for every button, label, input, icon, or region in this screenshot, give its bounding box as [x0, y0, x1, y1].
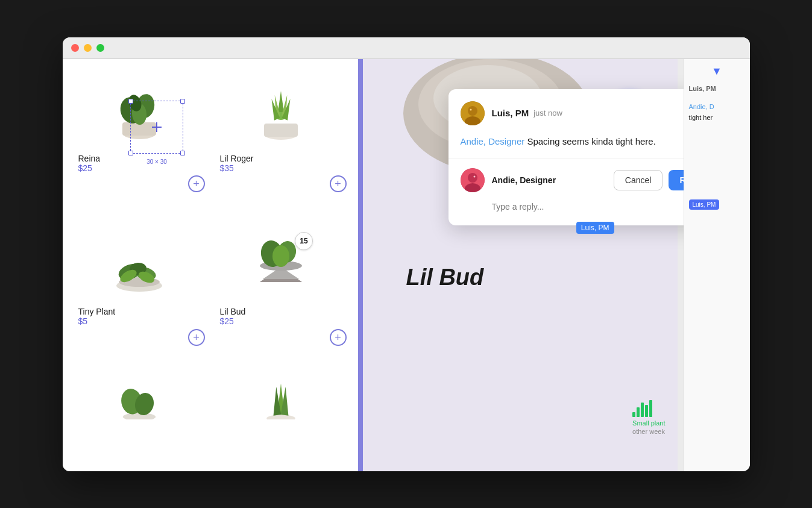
comment-body: Andie, Designer Spacing seems kinda tigh… — [461, 135, 684, 149]
product-badge-lil-bud: 15 — [295, 232, 313, 250]
bar-4 — [645, 405, 648, 417]
titlebar — [63, 37, 750, 59]
right-sidebar: ▼ Luis, PM Andie, D tight her Luis, PM — [684, 59, 750, 471]
svg-rect-7 — [264, 124, 298, 137]
sidebar-username-label: Luis, PM — [689, 85, 745, 92]
add-product-lil-bud-button[interactable]: + — [330, 329, 347, 346]
add-product-lil-roger-button[interactable]: + — [330, 175, 347, 192]
sidebar-user-tag: Luis, PM — [689, 199, 720, 210]
selection-box: 30 × 30 — [130, 101, 183, 154]
cancel-reply-button[interactable]: Cancel — [614, 170, 663, 190]
maximize-button[interactable] — [96, 44, 104, 52]
product-cell-bottom-right — [210, 372, 352, 426]
reply-input-row: ☺ — [461, 199, 684, 213]
sidebar-arrow-indicator: ▼ — [689, 65, 745, 78]
svg-point-42 — [468, 173, 477, 183]
product-price-lil-bud: $25 — [217, 316, 234, 326]
app-window: 30 × 30 Reina $25 + — [63, 37, 750, 471]
reply-input[interactable] — [492, 202, 684, 212]
bar-5 — [649, 400, 652, 417]
product-price-lil-roger: $35 — [217, 163, 234, 173]
comment-thread: Luis, PM just now ✓ Andie, Designer Spac… — [448, 89, 684, 149]
reply-area: Andie, Designer Cancel Reply ☺ — [448, 158, 684, 225]
canvas-left-divider — [358, 59, 363, 471]
selection-handle-br[interactable] — [180, 151, 185, 155]
plant-bottom-right-illustration — [248, 378, 314, 419]
comment-header: Luis, PM just now ✓ — [461, 101, 684, 125]
selection-handle-bl[interactable] — [128, 151, 133, 155]
comment-popup: Luis, PM just now ✓ Andie, Designer Spac… — [448, 89, 684, 226]
product-cell-lil-bud[interactable]: 15 Lil Bud $25 + — [210, 218, 352, 372]
sidebar-comment-entry: Andie, D tight her — [689, 101, 745, 122]
add-product-tiny-plant-button[interactable]: + — [188, 329, 205, 346]
chart-label: Small plant — [632, 419, 665, 427]
bar-2 — [637, 407, 640, 417]
comment-author: Luis, PM — [492, 108, 529, 118]
reply-button[interactable]: Reply — [669, 170, 683, 190]
comment-meta: Luis, PM just now — [492, 108, 684, 118]
sidebar-mention-text: Andie, D — [689, 103, 714, 110]
product-grid: 30 × 30 Reina $25 + — [63, 59, 358, 471]
comment-text: Spacing seems kinda tight here. — [527, 136, 655, 146]
chart-sublabel: other week — [632, 428, 665, 435]
product-name-lil-roger: Lil Roger — [217, 154, 254, 163]
svg-point-30 — [266, 415, 295, 419]
product-name-tiny-plant: Tiny Plant — [75, 307, 116, 316]
svg-marker-9 — [278, 91, 284, 112]
product-price-tiny-plant: $5 — [75, 316, 88, 326]
product-name-reina: Reina — [75, 154, 101, 163]
bar-3 — [641, 403, 644, 417]
reply-header: Andie, Designer Cancel Reply — [461, 168, 684, 192]
add-product-reina-button[interactable]: + — [188, 175, 205, 192]
avatar-andie-image — [461, 168, 485, 192]
reply-actions: Cancel Reply — [614, 170, 684, 190]
product-cell-bottom-left — [69, 372, 210, 426]
product-price-reina: $25 — [75, 163, 92, 173]
selection-handle-tr[interactable] — [180, 99, 185, 104]
svg-point-40 — [470, 108, 471, 110]
minimize-button[interactable] — [84, 44, 92, 52]
bar-1 — [632, 412, 635, 417]
product-cell-lil-roger[interactable]: Lil Roger $35 + — [210, 65, 352, 219]
avatar-luis — [461, 101, 485, 125]
plant-tinyplant-illustration — [103, 233, 175, 296]
reply-author: Andie, Designer — [492, 175, 556, 185]
svg-point-44 — [473, 176, 475, 178]
svg-point-38 — [468, 106, 477, 116]
canvas-product-title: Lil Bud — [406, 265, 484, 290]
close-button[interactable] — [71, 44, 79, 52]
avatar-andie — [461, 168, 485, 192]
comment-mention: Andie, Designer — [461, 136, 525, 146]
selection-dimension-label: 30 × 30 — [146, 158, 167, 165]
selection-handle-tl[interactable] — [128, 99, 133, 104]
user-tooltip: Luis, PM — [576, 222, 614, 234]
product-cell-reina[interactable]: 30 × 30 Reina $25 + — [69, 65, 210, 219]
plant-bottom-left-illustration — [106, 378, 172, 419]
svg-point-26 — [272, 245, 289, 267]
avatar-luis-image — [461, 101, 485, 125]
product-name-lil-bud: Lil Bud — [217, 307, 246, 316]
content-area: 30 × 30 Reina $25 + — [63, 59, 750, 471]
comment-time: just now — [533, 108, 562, 118]
canvas-area: Lil Bud + lanter, a vide Your Plant mix … — [358, 59, 684, 471]
bar-chart-area: Small plant other week — [632, 399, 665, 435]
plant-lilroger-illustration — [248, 79, 314, 142]
product-cell-tiny-plant[interactable]: Tiny Plant $5 + — [69, 218, 210, 372]
sidebar-comment-text: tight her — [689, 114, 713, 121]
